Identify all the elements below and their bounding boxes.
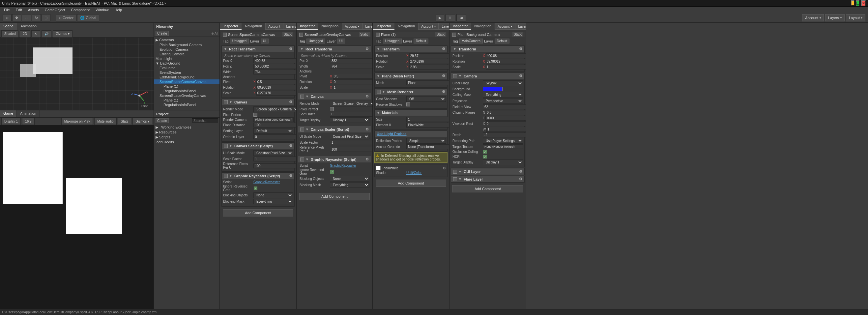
rot4-x[interactable] bbox=[486, 59, 526, 64]
sort-order2[interactable] bbox=[330, 112, 372, 117]
insp3-layers-btn[interactable]: Layers ▾ bbox=[439, 23, 450, 30]
step-button[interactable]: ⏭ bbox=[457, 14, 466, 22]
cs2-checkbox[interactable] bbox=[300, 127, 304, 131]
element0[interactable] bbox=[406, 123, 449, 127]
tab-animation[interactable]: Animation bbox=[17, 23, 40, 30]
hierarchy-item-screenspace-cam[interactable]: ScreenSpaceCameraCanvas bbox=[154, 80, 219, 84]
hierarchy-item-regulationinfo1[interactable]: RegulationInfoPanel bbox=[154, 89, 219, 93]
target-display2[interactable]: Display 1 bbox=[330, 117, 369, 123]
pixel-perfect2[interactable] bbox=[330, 107, 334, 111]
rt1-gear[interactable]: ⚙ bbox=[289, 47, 292, 51]
rt2-gear[interactable]: ⚙ bbox=[366, 47, 369, 51]
stats-btn[interactable]: Stats bbox=[118, 118, 131, 125]
mesh-renderer-header[interactable]: ▼ Mesh Renderer ⚙ bbox=[375, 89, 447, 95]
flare-gear[interactable]: ⚙ bbox=[519, 177, 522, 181]
clear-flags[interactable]: Skybox bbox=[483, 81, 523, 86]
project-item-resources[interactable]: ▶ Resources bbox=[154, 130, 219, 135]
menu-gameobject[interactable]: GameObject bbox=[42, 7, 68, 12]
game-gizmos-btn[interactable]: Gizmos ▾ bbox=[132, 118, 152, 125]
posz-field[interactable] bbox=[253, 64, 296, 69]
render-mode-select1[interactable]: Screen Space - Camera bbox=[253, 106, 296, 112]
gr2-header[interactable]: ▼ Graphic Raycaster (Script) ⚙ bbox=[298, 156, 371, 162]
insp2-layer-val[interactable]: UI bbox=[337, 38, 345, 43]
hierarchy-item-cameras[interactable]: ▶ Cameras bbox=[154, 37, 219, 42]
projection[interactable]: Perspective bbox=[483, 98, 523, 104]
anchor-override[interactable] bbox=[406, 144, 449, 149]
mat-gear[interactable]: ⚙ bbox=[442, 166, 446, 170]
cs2-header[interactable]: ▼ Canvas Scaler (Script) ⚙ bbox=[298, 126, 371, 132]
light-probes-header[interactable]: Use Light Probes bbox=[375, 131, 447, 137]
gui-gear[interactable]: ⚙ bbox=[519, 169, 522, 174]
blocking-obj2[interactable]: None bbox=[330, 176, 369, 182]
mat-size[interactable] bbox=[406, 117, 449, 122]
sc2-x[interactable] bbox=[333, 85, 372, 90]
insp1-tab-inspector[interactable]: Inspector bbox=[220, 23, 242, 30]
insp4-tag-val[interactable]: MainCamera bbox=[459, 38, 483, 43]
near-plane[interactable] bbox=[486, 110, 526, 115]
sorting-layer1[interactable]: Default bbox=[253, 128, 293, 134]
canvas2-gear[interactable]: ⚙ bbox=[366, 94, 369, 98]
tool-scale[interactable]: ↻ bbox=[32, 14, 41, 22]
maximize-on-play-btn[interactable]: Maximize on Play bbox=[61, 118, 93, 125]
ref-pixels1[interactable] bbox=[253, 163, 296, 168]
posx2[interactable] bbox=[330, 58, 372, 63]
culling-mask[interactable]: Everything bbox=[483, 92, 523, 97]
menu-edit[interactable]: Edit bbox=[13, 7, 25, 12]
render-mode2[interactable]: Screen Space - Overlay bbox=[330, 101, 372, 106]
menu-file[interactable]: File bbox=[1, 7, 12, 12]
tab-animation2[interactable]: Animation bbox=[17, 111, 40, 117]
menu-component[interactable]: Component bbox=[68, 7, 92, 12]
sc4-x[interactable] bbox=[486, 65, 526, 69]
close-button[interactable]: ✕ bbox=[861, 0, 866, 6]
tool-rect[interactable]: ⊞ bbox=[41, 14, 51, 22]
rot-x[interactable] bbox=[256, 85, 296, 90]
tool-rotate[interactable]: ↔ bbox=[22, 14, 31, 22]
hierarchy-item-eventsystem[interactable]: EventSystem bbox=[154, 70, 219, 75]
project-item-working-examples[interactable]: ▶ _Working Examples bbox=[154, 125, 219, 130]
hierarchy-item-regulationinfo2[interactable]: RegulationInfoPanel bbox=[154, 102, 219, 107]
project-search-input[interactable] bbox=[192, 118, 218, 123]
hierarchy-item-eddmenu[interactable]: EddMenuBackground bbox=[154, 75, 219, 80]
posx-field[interactable] bbox=[253, 58, 296, 63]
scale-factor1[interactable] bbox=[253, 157, 296, 161]
hierarchy-item-main-light[interactable]: Main Light bbox=[154, 56, 219, 61]
insp3-checkbox[interactable] bbox=[376, 33, 380, 37]
tab-game[interactable]: Game bbox=[0, 111, 17, 117]
cam4-gear[interactable]: ⚙ bbox=[519, 74, 522, 78]
hierarchy-item-plane2[interactable]: Plane (1) bbox=[154, 98, 219, 102]
vp-w[interactable] bbox=[486, 127, 526, 132]
layers-button-main[interactable]: Layers ▾ bbox=[825, 14, 845, 22]
insp4-tab-inspector[interactable]: Inspector bbox=[450, 23, 471, 30]
tr4-gear[interactable]: ⚙ bbox=[519, 47, 522, 51]
add-component-btn3[interactable]: Add Component bbox=[376, 180, 446, 187]
pos3-x[interactable] bbox=[409, 53, 449, 58]
cs1-checkbox[interactable] bbox=[224, 144, 228, 148]
cam4-checkbox[interactable] bbox=[453, 74, 457, 78]
2d-button[interactable]: 2D bbox=[20, 30, 30, 37]
fov[interactable] bbox=[483, 104, 526, 109]
insp2-layers-btn[interactable]: Layers ▾ bbox=[362, 23, 373, 30]
blocking-mask1[interactable]: Everything bbox=[253, 199, 293, 204]
scale-factor2[interactable] bbox=[330, 140, 372, 145]
hierarchy-create-btn[interactable]: Create bbox=[156, 31, 169, 36]
layout-button-main[interactable]: Layout ▾ bbox=[846, 14, 865, 22]
insp2-tab-inspector[interactable]: Inspector bbox=[297, 23, 318, 30]
project-item-iconcredits[interactable]: IconCredits bbox=[154, 140, 219, 144]
ui-scale-mode1[interactable]: Constant Pixel Size bbox=[253, 150, 293, 156]
aspect-dropdown[interactable]: 16:9 bbox=[22, 118, 34, 125]
pivot-x[interactable] bbox=[256, 80, 296, 84]
project-create-btn[interactable]: Create bbox=[156, 118, 169, 123]
ui-scale-mode2[interactable]: Constant Pixel Size bbox=[330, 134, 369, 139]
sc3-x[interactable] bbox=[409, 65, 449, 69]
pixel-perfect-check1[interactable] bbox=[253, 113, 257, 117]
gr2-gear[interactable]: ⚙ bbox=[366, 157, 369, 161]
tr3-gear[interactable]: ⚙ bbox=[442, 47, 445, 51]
menu-window[interactable]: Window bbox=[93, 7, 111, 12]
canvas-scaler-header1[interactable]: ▼ Canvas Scaler (Script) ⚙ bbox=[222, 143, 294, 149]
canvas-header2[interactable]: ▼ Canvas ⚙ bbox=[298, 93, 371, 99]
minimize-button[interactable]: _ bbox=[851, 0, 855, 6]
insp2-account-btn[interactable]: Account ▾ bbox=[342, 23, 362, 30]
bg-color-swatch[interactable] bbox=[483, 87, 502, 91]
canvas1-checkbox[interactable] bbox=[224, 100, 228, 104]
reflection-probes[interactable]: Simple bbox=[406, 138, 446, 144]
